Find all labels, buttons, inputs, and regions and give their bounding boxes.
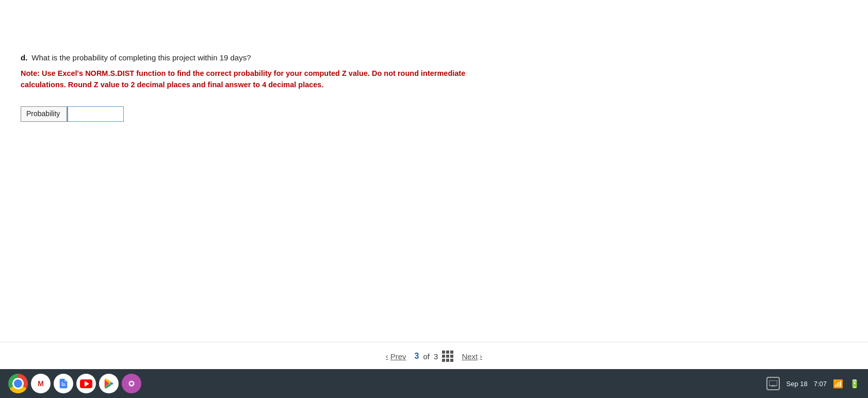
next-button[interactable]: Next › (462, 352, 482, 361)
taskbar-right: Sep 18 7:07 📶 🔋 (766, 377, 860, 390)
chrome-icon[interactable] (8, 374, 28, 393)
taskbar-icons: M (8, 374, 141, 393)
grid-view-icon[interactable] (442, 351, 453, 362)
next-chevron-icon: › (480, 352, 482, 360)
docs-icon[interactable] (54, 374, 73, 393)
svg-rect-8 (769, 380, 777, 386)
prev-chevron-icon: ‹ (386, 352, 388, 360)
main-content: d. What is the probability of completing… (0, 0, 868, 330)
probability-row: Probability (21, 106, 847, 122)
note-text: Note: Use Excel's NORM.S.DIST function t… (21, 68, 847, 91)
taskbar: M (0, 369, 868, 398)
probability-input[interactable] (67, 106, 124, 122)
youtube-icon[interactable] (76, 374, 96, 393)
total-pages: 3 (434, 352, 438, 361)
bottom-nav: ‹ Prev 3 of 3 Next › (0, 342, 868, 362)
pink-app-icon[interactable] (122, 374, 141, 393)
prev-button[interactable]: ‹ Prev (386, 352, 406, 361)
probability-label-cell: Probability (21, 106, 67, 122)
gmail-icon[interactable]: M (31, 374, 51, 393)
screen-icon (766, 377, 780, 390)
question-block: d. What is the probability of completing… (21, 52, 847, 122)
wifi-icon: 📶 (833, 379, 843, 389)
question-label: d. (21, 52, 27, 64)
battery-icon: 🔋 (849, 379, 860, 389)
play-store-icon[interactable] (99, 374, 119, 393)
taskbar-time: 7:07 (814, 380, 827, 388)
svg-point-7 (130, 382, 133, 385)
taskbar-date: Sep 18 (786, 380, 807, 388)
page-info: 3 of 3 (415, 351, 454, 362)
question-text: What is the probability of completing th… (31, 52, 251, 64)
current-page: 3 (415, 352, 419, 361)
